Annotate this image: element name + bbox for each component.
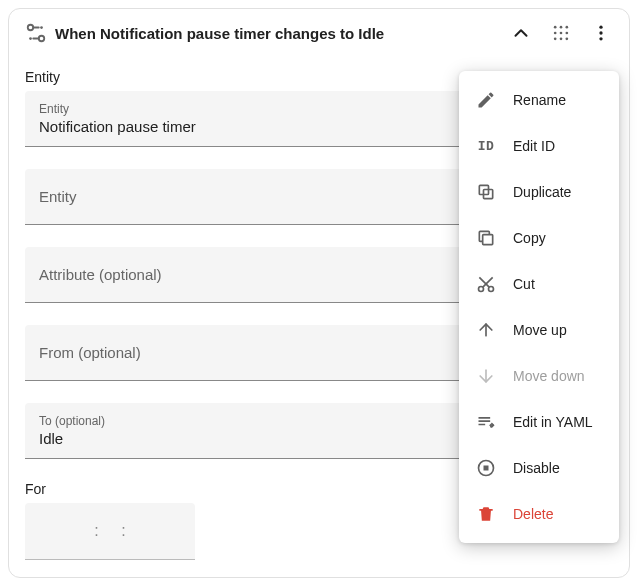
menu-delete[interactable]: Delete bbox=[459, 491, 619, 537]
duration-placeholder: : : bbox=[94, 522, 125, 540]
svg-rect-26 bbox=[484, 466, 489, 471]
svg-point-12 bbox=[566, 38, 569, 41]
menu-duplicate-label: Duplicate bbox=[513, 184, 571, 200]
svg-point-3 bbox=[29, 37, 32, 40]
menu-rename-label: Rename bbox=[513, 92, 566, 108]
overflow-menu-button[interactable] bbox=[581, 13, 621, 53]
duration-input[interactable]: : : bbox=[25, 503, 195, 560]
menu-edit-yaml[interactable]: Edit in YAML bbox=[459, 399, 619, 445]
menu-edit-id[interactable]: ID Edit ID bbox=[459, 123, 619, 169]
menu-edit-id-label: Edit ID bbox=[513, 138, 555, 154]
menu-disable-label: Disable bbox=[513, 460, 560, 476]
svg-point-9 bbox=[566, 32, 569, 35]
menu-move-up[interactable]: Move up bbox=[459, 307, 619, 353]
state-trigger-icon bbox=[25, 22, 47, 44]
disable-icon bbox=[475, 457, 497, 479]
svg-point-8 bbox=[560, 32, 563, 35]
drag-handle-icon[interactable] bbox=[541, 13, 581, 53]
svg-rect-18 bbox=[483, 235, 493, 245]
menu-copy-label: Copy bbox=[513, 230, 546, 246]
svg-point-4 bbox=[554, 26, 557, 29]
menu-cut-label: Cut bbox=[513, 276, 535, 292]
svg-point-2 bbox=[40, 26, 43, 29]
card-title: When Notification pause timer changes to… bbox=[55, 25, 501, 42]
move-up-icon bbox=[475, 319, 497, 341]
menu-move-up-label: Move up bbox=[513, 322, 567, 338]
menu-move-down: Move down bbox=[459, 353, 619, 399]
menu-copy[interactable]: Copy bbox=[459, 215, 619, 261]
collapse-button[interactable] bbox=[501, 13, 541, 53]
cut-icon bbox=[475, 273, 497, 295]
svg-point-20 bbox=[489, 287, 494, 292]
menu-duplicate[interactable]: Duplicate bbox=[459, 169, 619, 215]
menu-cut[interactable]: Cut bbox=[459, 261, 619, 307]
menu-edit-yaml-label: Edit in YAML bbox=[513, 414, 593, 430]
svg-point-15 bbox=[599, 37, 602, 40]
edit-id-icon: ID bbox=[475, 135, 497, 157]
menu-delete-label: Delete bbox=[513, 506, 553, 522]
overflow-menu: Rename ID Edit ID Duplicate Copy Cut bbox=[459, 71, 619, 543]
duplicate-icon bbox=[475, 181, 497, 203]
menu-move-down-label: Move down bbox=[513, 368, 585, 384]
svg-point-7 bbox=[554, 32, 557, 35]
svg-point-19 bbox=[479, 287, 484, 292]
svg-point-6 bbox=[566, 26, 569, 29]
delete-icon bbox=[475, 503, 497, 525]
trigger-card: When Notification pause timer changes to… bbox=[8, 8, 630, 578]
card-header: When Notification pause timer changes to… bbox=[9, 9, 629, 57]
menu-rename[interactable]: Rename bbox=[459, 77, 619, 123]
svg-point-5 bbox=[560, 26, 563, 29]
move-down-icon bbox=[475, 365, 497, 387]
menu-disable[interactable]: Disable bbox=[459, 445, 619, 491]
svg-point-14 bbox=[599, 31, 602, 34]
svg-point-13 bbox=[599, 26, 602, 29]
svg-point-11 bbox=[560, 38, 563, 41]
rename-icon bbox=[475, 89, 497, 111]
svg-point-10 bbox=[554, 38, 557, 41]
edit-yaml-icon bbox=[475, 411, 497, 433]
copy-icon bbox=[475, 227, 497, 249]
